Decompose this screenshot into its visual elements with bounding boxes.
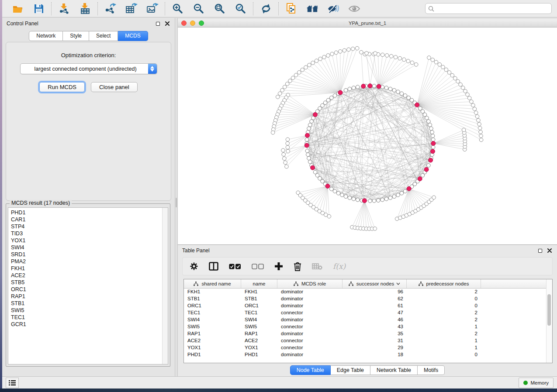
open-file-icon[interactable] <box>12 3 24 15</box>
table-row[interactable]: ACE2ACE2connector311 <box>184 337 546 344</box>
leaf-node[interactable] <box>339 50 343 54</box>
leaf-node[interactable] <box>462 128 466 132</box>
leaf-node[interactable] <box>315 59 318 63</box>
leaf-node[interactable] <box>281 148 285 152</box>
leaf-node[interactable] <box>461 86 465 90</box>
memory-button[interactable]: Memory <box>519 378 554 388</box>
leaf-node[interactable] <box>467 96 471 100</box>
mcds-result-item[interactable]: PHD1 <box>11 209 162 216</box>
zoom-in-icon[interactable] <box>172 3 184 15</box>
mcds-result-item[interactable]: ACE2 <box>11 272 162 279</box>
leaf-node[interactable] <box>322 55 326 59</box>
leaf-node[interactable] <box>471 103 475 107</box>
mcds-result-item[interactable]: CAR1 <box>11 216 162 223</box>
panel-splitter[interactable] <box>175 18 178 376</box>
mcds-hub-node[interactable] <box>429 158 433 162</box>
table-row[interactable]: TEC1TEC1connector472 <box>184 309 546 316</box>
tab-style[interactable]: Style <box>63 31 89 41</box>
ring-node[interactable] <box>336 191 340 195</box>
network-view-titlebar[interactable]: YPA_prune.txt_1 <box>178 19 557 28</box>
mcds-result-item[interactable]: STP4 <box>11 223 162 230</box>
leaf-node[interactable] <box>283 85 287 89</box>
table-row[interactable]: STB1STB1dominator620 <box>184 296 546 303</box>
ring-node[interactable] <box>427 164 431 168</box>
leaf-node[interactable] <box>398 56 402 60</box>
show-all-icon[interactable] <box>348 3 360 15</box>
leaf-node[interactable] <box>304 65 308 69</box>
ring-node[interactable] <box>377 199 381 203</box>
mcds-result-item[interactable]: TEC1 <box>11 314 162 321</box>
leaf-node[interactable] <box>326 54 330 58</box>
leaf-node[interactable] <box>288 79 292 83</box>
leaf-node[interactable] <box>453 76 457 80</box>
ring-node[interactable] <box>388 196 392 200</box>
column-header-name[interactable]: name <box>241 279 277 288</box>
leaf-node[interactable] <box>291 76 295 80</box>
leaf-node[interactable] <box>464 89 467 93</box>
leaf-node[interactable] <box>285 82 289 86</box>
table-scrollbar-thumb[interactable] <box>547 294 551 326</box>
leaf-node[interactable] <box>355 46 359 50</box>
leaf-node[interactable] <box>438 63 442 67</box>
ring-node[interactable] <box>392 195 396 199</box>
leaf-node[interactable] <box>271 131 275 134</box>
ring-node[interactable] <box>329 96 333 100</box>
ring-node[interactable] <box>431 134 435 138</box>
leaf-node[interactable] <box>479 134 483 138</box>
ring-node[interactable] <box>344 195 348 199</box>
add-column-icon[interactable] <box>274 262 283 271</box>
tab-network[interactable]: Network <box>29 31 63 41</box>
tab-mcds[interactable]: MCDS <box>118 31 148 41</box>
close-table-panel-icon[interactable] <box>547 248 553 254</box>
run-mcds-button[interactable]: Run MCDS <box>39 82 85 92</box>
leaf-node[interactable] <box>286 138 290 141</box>
ring-node[interactable] <box>431 145 435 149</box>
ring-node[interactable] <box>431 138 435 142</box>
mcds-hub-node[interactable] <box>368 84 372 88</box>
leaf-node[interactable] <box>280 88 284 92</box>
ring-node[interactable] <box>333 94 337 98</box>
leaf-node[interactable] <box>385 54 389 58</box>
float-table-panel-icon[interactable] <box>537 248 543 254</box>
task-history-button[interactable] <box>6 378 19 388</box>
ring-node[interactable] <box>368 199 372 203</box>
tab-edge-table[interactable]: Edge Table <box>331 365 370 375</box>
mcds-result-item[interactable]: GCR1 <box>11 321 162 328</box>
leaf-node[interactable] <box>410 61 414 65</box>
zoom-out-icon[interactable] <box>193 3 205 15</box>
table-row[interactable]: SWI5SWI5connector431 <box>184 323 546 330</box>
leaf-node[interactable] <box>351 47 355 51</box>
leaf-node[interactable] <box>389 54 393 58</box>
leaf-node[interactable] <box>470 100 474 104</box>
apply-layout-icon[interactable] <box>260 3 272 15</box>
ring-node[interactable] <box>392 88 396 92</box>
export-table-icon[interactable] <box>125 3 138 15</box>
first-neighbors-icon[interactable] <box>306 3 318 15</box>
leaf-node[interactable] <box>347 48 351 52</box>
ring-node[interactable] <box>396 90 400 94</box>
mcds-result-item[interactable]: TID3 <box>11 230 162 237</box>
leaf-node[interactable] <box>473 107 477 111</box>
ring-node[interactable] <box>356 85 360 89</box>
leaf-node[interactable] <box>343 48 346 52</box>
leaf-node[interactable] <box>447 71 451 75</box>
column-settings-icon[interactable] <box>190 262 198 271</box>
mcds-result-item[interactable]: RAP1 <box>11 293 162 300</box>
hide-selected-icon[interactable] <box>327 3 339 15</box>
leaf-node[interactable] <box>374 52 377 55</box>
table-row[interactable]: SWI4SWI4dominator462 <box>184 316 546 323</box>
leaf-node[interactable] <box>311 61 315 65</box>
leaf-node[interactable] <box>286 145 290 149</box>
leaf-node[interactable] <box>327 214 331 218</box>
export-network-icon[interactable] <box>104 3 117 15</box>
leaf-node[interactable] <box>414 63 418 67</box>
ring-node[interactable] <box>344 88 348 92</box>
leaf-node[interactable] <box>434 60 438 64</box>
mcds-result-item[interactable]: ORC1 <box>11 286 162 293</box>
ring-node[interactable] <box>384 86 388 90</box>
ring-node[interactable] <box>388 87 392 91</box>
mcds-hub-node[interactable] <box>325 184 330 188</box>
import-network-icon[interactable] <box>58 3 70 15</box>
criterion-select[interactable]: largest connected component (undirected) <box>20 63 157 74</box>
leaf-node[interactable] <box>479 130 483 134</box>
